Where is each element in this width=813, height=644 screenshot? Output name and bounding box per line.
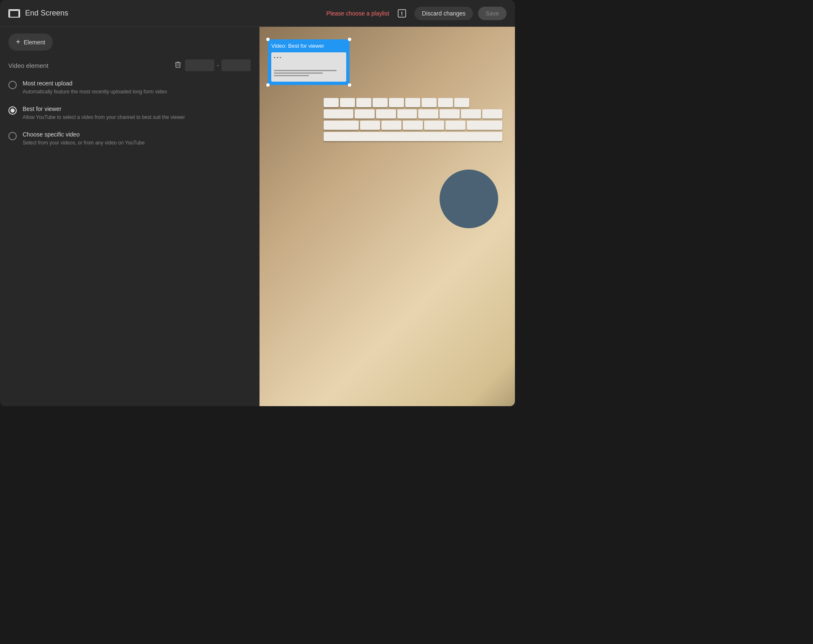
radio-best-viewer-text: Best for viewer Allow YouTube to select … <box>23 106 185 121</box>
video-card-dots: • • • <box>274 55 281 60</box>
video-card-title: Video: Best for viewer <box>271 43 346 49</box>
radio-choose-specific-text: Choose specific video Select from your v… <box>23 131 145 147</box>
radio-choose-specific-label: Choose specific video <box>23 131 145 138</box>
radio-best-viewer-label: Best for viewer <box>23 106 185 112</box>
save-button[interactable]: Save <box>478 7 507 20</box>
card-handle-br[interactable] <box>348 83 351 87</box>
radio-best-viewer[interactable] <box>8 106 17 115</box>
radio-choose-specific-sublabel: Select from your videos, or from any vid… <box>23 139 145 147</box>
radio-most-recent-sublabel: Automatically feature the most recently … <box>23 88 167 95</box>
discard-button[interactable]: Discard changes <box>414 7 473 20</box>
time-separator: - <box>214 62 221 69</box>
add-element-button[interactable]: + Element <box>8 33 53 51</box>
left-panel: + Element Video element 20:00 - 30:05 <box>0 27 260 406</box>
radio-option-best-viewer[interactable]: Best for viewer Allow YouTube to select … <box>8 106 251 121</box>
radio-option-most-recent[interactable]: Most recent upload Automatically feature… <box>8 80 251 95</box>
trash-icon <box>174 61 182 68</box>
video-card-body: • • • <box>271 52 346 82</box>
svg-rect-0 <box>10 10 19 17</box>
radio-most-recent[interactable] <box>8 81 17 89</box>
video-element-label: Video element <box>8 62 171 69</box>
alert-button[interactable]: ! <box>394 6 409 21</box>
radio-best-viewer-sublabel: Allow YouTube to select a video from you… <box>23 114 185 121</box>
time-start-input[interactable]: 20:00 <box>185 59 214 71</box>
radio-most-recent-text: Most recent upload Automatically feature… <box>23 80 167 95</box>
add-element-label: Element <box>24 39 45 46</box>
svg-rect-3 <box>176 63 180 67</box>
svg-text:!: ! <box>401 10 403 17</box>
right-panel: Video: Best for viewer • • • <box>260 27 515 406</box>
radio-most-recent-label: Most recent upload <box>23 80 167 87</box>
video-element-row: Video element 20:00 - 30:05 <box>8 59 251 72</box>
keyboard-simulation <box>324 98 502 406</box>
video-card-overlay[interactable]: Video: Best for viewer • • • <box>268 39 350 85</box>
alert-icon: ! <box>397 9 406 18</box>
radio-choose-specific[interactable] <box>8 132 17 140</box>
time-end-input[interactable]: 30:05 <box>221 59 251 71</box>
playlist-warning: Please choose a playlist <box>327 10 389 17</box>
page-title: End Screens <box>25 9 68 18</box>
main-content: + Element Video element 20:00 - 30:05 <box>0 27 515 406</box>
subscribe-circle-overlay[interactable] <box>440 170 498 228</box>
radio-option-choose-specific[interactable]: Choose specific video Select from your v… <box>8 131 251 147</box>
plus-icon: + <box>16 38 21 46</box>
video-card-bars <box>274 70 344 77</box>
video-preview: Video: Best for viewer • • • <box>260 27 515 406</box>
keyboard-background: Video: Best for viewer • • • <box>260 27 515 406</box>
screen-icon <box>8 9 20 18</box>
card-handle-bl[interactable] <box>266 83 270 87</box>
header: End Screens Please choose a playlist ! D… <box>0 0 515 27</box>
delete-element-button[interactable] <box>171 59 185 72</box>
radio-options: Most recent upload Automatically feature… <box>8 80 251 146</box>
